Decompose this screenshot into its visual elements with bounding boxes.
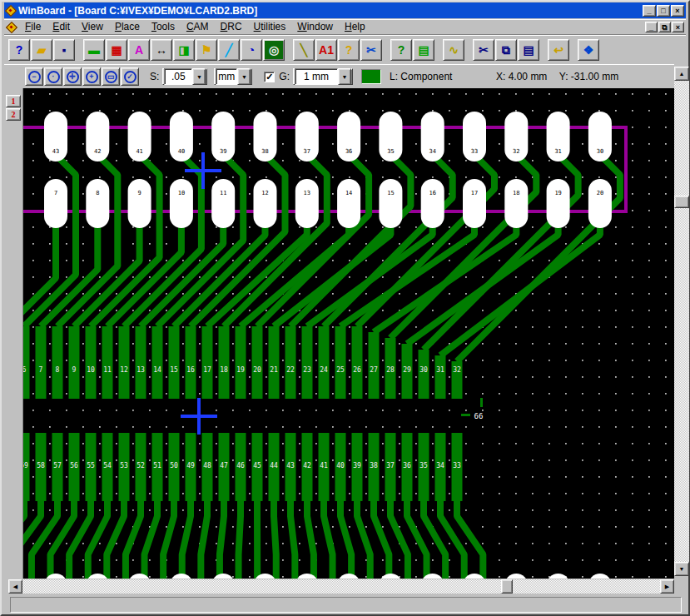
bus-trace[interactable] [169,326,180,399]
bus-trace[interactable] [152,326,163,399]
vertical-scrollbar[interactable]: ▲ ▼ [674,67,689,576]
pad-second-row[interactable] [337,179,360,228]
active-layer-swatch[interactable] [361,69,381,84]
minimize-button[interactable]: _ [643,5,656,17]
horizontal-scroll-track[interactable] [22,579,660,594]
toolbar-report-button[interactable]: ▤ [413,39,434,61]
bus-trace[interactable] [419,350,429,399]
snap-dropdown-button[interactable]: ▼ [192,68,206,85]
unit-combo[interactable]: mm ▼ [214,68,252,85]
toolbar-place-text-button[interactable]: A [128,39,150,61]
bus-trace[interactable] [319,326,330,399]
bus-trace[interactable] [202,326,213,399]
bus-trace[interactable] [52,326,63,399]
bus-trace[interactable] [136,326,146,399]
bus-trace[interactable] [236,326,246,399]
toolbar-cut-button[interactable]: ✂ [473,39,494,61]
vertical-scroll-track[interactable] [674,81,689,562]
minimize-document-button[interactable]: _ [645,22,658,32]
zoom-out-button[interactable]: − [25,67,43,86]
toolbar-dimension-button[interactable]: ↔ [151,39,172,61]
bus-trace[interactable] [352,326,363,399]
toolbar-copy-button[interactable]: ⧉ [495,39,517,61]
zoom-in-button[interactable]: + [82,67,101,86]
bus-trace[interactable] [69,326,80,399]
toolbar-help-button[interactable]: ? [8,39,30,61]
board-canvas[interactable]: 6789101112131415161718192021222324252627… [23,88,674,579]
layer-tab-1[interactable]: 1 [6,95,21,107]
menu-edit[interactable]: Edit [47,20,76,33]
restore-document-button[interactable]: ⧉ [658,22,671,32]
snap-combo[interactable]: .05 ▼ [162,68,207,85]
menu-drc[interactable]: DRC [215,20,248,33]
pad-second-row[interactable] [170,179,193,228]
toolbar-ratsnest-button[interactable]: ╱ [218,39,240,61]
pad-second-row[interactable] [504,179,528,228]
scroll-up-button[interactable]: ▲ [674,67,689,81]
vertical-scroll-thumb[interactable] [674,196,689,208]
app-icon[interactable] [6,6,15,15]
bus-trace[interactable] [119,326,130,399]
layer-tab-2[interactable]: 2 [6,108,21,121]
scroll-down-button[interactable]: ▼ [674,562,689,576]
bus-trace[interactable] [435,355,446,399]
toolbar-query-net-button[interactable]: ? [338,39,360,61]
toolbar-copper-pour-button[interactable]: ▦ [106,39,127,61]
menu-place[interactable]: Place [109,20,146,33]
horizontal-scrollbar[interactable]: ◀ ▶ [8,579,674,594]
bus-trace[interactable] [23,326,30,399]
toolbar-draw-line-button[interactable]: ╲ [293,39,315,61]
pad-second-row[interactable] [588,179,612,228]
bus-trace[interactable] [186,326,196,399]
maximize-button[interactable]: □ [657,5,670,17]
pad-second-row[interactable] [421,179,444,228]
toolbar-via-button[interactable]: ◎ [263,39,285,61]
pad-second-row[interactable] [211,179,235,228]
close-document-button[interactable]: × [672,22,684,32]
toolbar-layers-button[interactable]: ◨ [173,39,195,61]
bus-trace[interactable] [335,326,346,399]
toolbar-paste-button[interactable]: ▤ [518,39,539,61]
pad-second-row[interactable] [463,179,486,228]
toolbar-arc-button[interactable]: ◔ [241,39,262,61]
bus-trace[interactable] [86,326,97,399]
menu-cam[interactable]: CAM [181,20,215,33]
bus-trace[interactable] [219,326,230,399]
toolbar-query-component-button[interactable]: ? [390,39,412,61]
toolbar-undo-button[interactable]: ↩ [548,39,569,61]
pad-second-row[interactable] [86,179,109,228]
pad-second-row[interactable] [295,179,319,228]
toolbar-open-button[interactable]: ▰ [31,39,52,61]
scroll-left-button[interactable]: ◀ [8,579,22,594]
toolbar-save-button[interactable]: ▪ [53,39,75,61]
toolbar-place-flag-button[interactable]: ⚑ [196,39,217,61]
scroll-right-button[interactable]: ▶ [660,579,674,594]
zoom-pan-button[interactable]: ✛ [63,67,82,86]
menu-view[interactable]: View [76,20,109,33]
trace[interactable] [239,496,241,579]
menu-utilities[interactable]: Utilities [248,20,292,33]
zoom-window-button[interactable]: ▭ [102,67,120,86]
toolbar-delete-segment-button[interactable]: ✂ [360,39,382,61]
bus-trace[interactable] [302,326,313,399]
unit-dropdown-button[interactable]: ▼ [237,68,251,85]
document-icon[interactable] [7,22,16,32]
menu-help[interactable]: Help [339,20,371,33]
zoom-previous-button[interactable]: · [44,67,62,86]
menu-tools[interactable]: Tools [146,20,181,33]
pad-second-row[interactable] [44,179,67,228]
horizontal-scroll-thumb[interactable] [501,579,513,594]
bus-trace[interactable] [252,326,263,399]
pad-second-row[interactable] [547,179,570,228]
bus-trace[interactable] [285,326,296,399]
pad-second-row[interactable] [254,179,277,228]
toolbar-edit-polyline-button[interactable]: ∿ [443,39,464,61]
pad-second-row[interactable] [379,179,402,228]
trace[interactable] [274,496,276,579]
pad-second-row[interactable] [128,179,151,228]
toolbar-rename-button[interactable]: A1 [315,39,337,61]
zoom-all-button[interactable]: ✓ [121,67,139,86]
menu-file[interactable]: File [19,20,47,33]
bus-trace[interactable] [269,326,280,399]
bus-trace[interactable] [102,326,113,399]
